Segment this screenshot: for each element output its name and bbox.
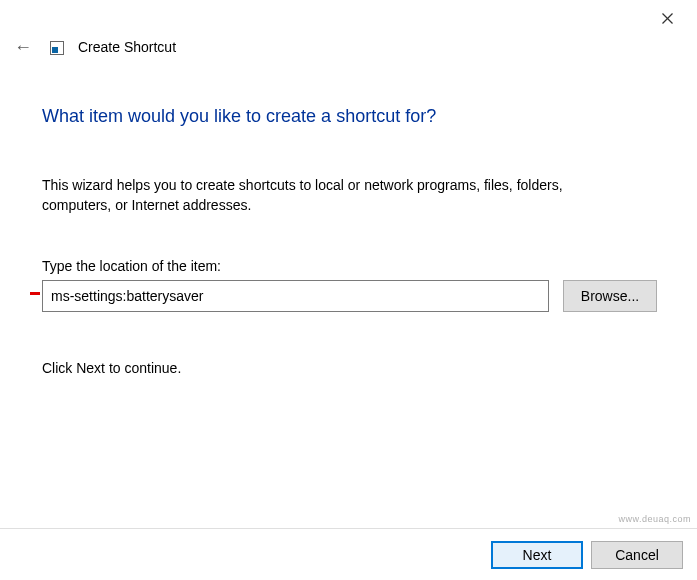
back-arrow-icon: ← xyxy=(14,38,32,56)
header-row: ← Create Shortcut xyxy=(0,32,697,62)
location-label: Type the location of the item: xyxy=(42,258,657,274)
continue-instruction: Click Next to continue. xyxy=(42,360,657,376)
wizard-description: This wizard helps you to create shortcut… xyxy=(42,175,602,216)
location-input[interactable] xyxy=(42,280,549,312)
browse-button[interactable]: Browse... xyxy=(563,280,657,312)
window-title: Create Shortcut xyxy=(78,39,176,55)
wizard-content: What item would you like to create a sho… xyxy=(42,106,657,376)
titlebar xyxy=(0,0,697,32)
cancel-button[interactable]: Cancel xyxy=(591,541,683,569)
location-input-row: Browse... xyxy=(42,280,657,312)
shortcut-icon xyxy=(50,41,64,55)
close-button[interactable] xyxy=(647,4,687,32)
page-heading: What item would you like to create a sho… xyxy=(42,106,657,127)
watermark-text: www.deuaq.com xyxy=(618,514,691,524)
next-button[interactable]: Next xyxy=(491,541,583,569)
close-icon xyxy=(662,13,673,24)
wizard-footer: Next Cancel xyxy=(0,528,697,580)
annotation-marker xyxy=(30,292,40,295)
